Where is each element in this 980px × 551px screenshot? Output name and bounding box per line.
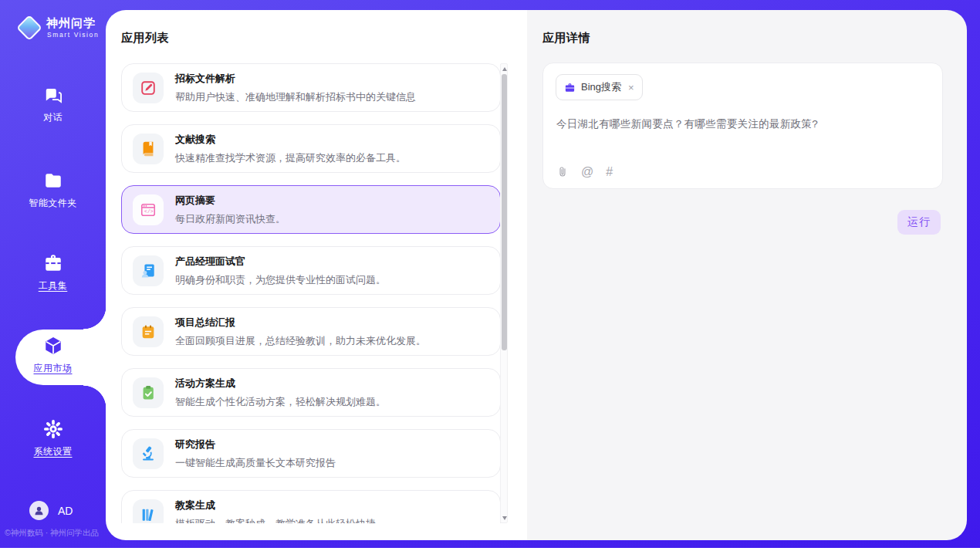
sidebar-item-toolset[interactable]: 工具集 xyxy=(0,253,106,292)
microscope-icon xyxy=(133,438,164,469)
user-name: AD xyxy=(58,505,73,517)
folder-icon xyxy=(43,171,63,191)
edit-document-icon xyxy=(133,73,164,103)
app-card-title: 教案生成 xyxy=(175,499,376,512)
brand-diamond-icon xyxy=(16,15,42,41)
app-detail-title: 应用详情 xyxy=(542,31,590,46)
brand-subtitle: Smart Vision xyxy=(47,31,99,39)
app-card-literature-search[interactable]: 文献搜索 快速精准查找学术资源，提高研究效率的必备工具。 xyxy=(121,124,501,173)
copyright-text: ©神州数码 · 神州问学出品 xyxy=(5,528,106,539)
app-card-research-report[interactable]: 研究报告 一键智能生成高质量长文本研究报告 xyxy=(121,429,501,478)
sidebar-item-label: 工具集 xyxy=(0,279,106,292)
svg-text:</>: </> xyxy=(144,209,154,215)
query-text[interactable]: 今日湖北有哪些新闻要点？有哪些需要关注的最新政策? xyxy=(556,117,818,131)
tool-tag-label: Bing搜索 xyxy=(581,80,621,94)
sidebar-item-app-market[interactable]: 应用市场 xyxy=(0,336,106,375)
gear-icon xyxy=(43,419,63,439)
app-card-title: 活动方案生成 xyxy=(175,377,386,390)
sidebar-item-label: 智能文件夹 xyxy=(0,197,106,210)
app-card-title: 产品经理面试官 xyxy=(175,255,386,269)
app-detail-panel: 应用详情 Bing搜索 × 今日湖北有哪些新闻要点？有哪些需要关注的最新政策? … xyxy=(527,10,967,540)
summary-note-icon xyxy=(133,316,164,347)
paperclip-icon[interactable] xyxy=(556,165,569,178)
app-card-desc: 智能生成个性化活动方案，轻松解决规划难题。 xyxy=(175,395,386,409)
app-list-panel: 应用列表 招标文件解析 帮助用户快速、准确地理解和解析招标书中的关键信息 文献搜… xyxy=(106,10,527,540)
close-icon[interactable]: × xyxy=(628,82,634,93)
app-card-event-plan[interactable]: 活动方案生成 智能生成个性化活动方案，轻松解决规划难题。 xyxy=(121,368,501,417)
app-card-web-summary[interactable]: </> 网页摘要 每日政府新闻资讯快查。 xyxy=(121,185,501,234)
mention-icon[interactable]: @ xyxy=(581,166,593,178)
app-card-title: 招标文件解析 xyxy=(175,72,416,86)
webpage-code-icon: </> xyxy=(133,194,164,225)
sidebar: 神州问学 Smart Vision 对话 智能文件夹 工具集 应用市场 系统设置 xyxy=(0,10,106,548)
app-card-title: 研究报告 xyxy=(175,438,336,451)
briefcase-icon xyxy=(564,82,576,93)
hash-icon[interactable]: # xyxy=(606,166,613,178)
app-card-desc: 帮助用户快速、准确地理解和解析招标书中的关键信息 xyxy=(175,90,416,104)
query-input-card[interactable]: Bing搜索 × 今日湖北有哪些新闻要点？有哪些需要关注的最新政策? @ # xyxy=(542,63,943,189)
app-card-desc: 一键智能生成高质量长文本研究报告 xyxy=(175,456,336,470)
sidebar-item-label: 系统设置 xyxy=(0,445,106,458)
tool-tag-bing-search[interactable]: Bing搜索 × xyxy=(556,74,643,100)
sidebar-item-label: 应用市场 xyxy=(0,362,106,375)
sidebar-item-folders[interactable]: 智能文件夹 xyxy=(0,171,106,210)
app-list-scrollbar[interactable] xyxy=(500,63,508,523)
app-list-title: 应用列表 xyxy=(121,31,169,46)
app-card-title: 项目总结汇报 xyxy=(175,316,426,330)
app-list: 招标文件解析 帮助用户快速、准确地理解和解析招标书中的关键信息 文献搜索 快速精… xyxy=(121,63,501,523)
avatar xyxy=(29,501,49,520)
run-button[interactable]: 运行 xyxy=(897,210,941,235)
interview-document-icon xyxy=(133,255,164,286)
sidebar-item-chat[interactable]: 对话 xyxy=(0,85,106,124)
scroll-down-icon[interactable] xyxy=(502,514,508,522)
app-card-desc: 明确身份和职责，为您提供专业性的面试问题。 xyxy=(175,273,386,287)
scrollbar-thumb[interactable] xyxy=(502,74,507,350)
composer-toolbar: @ # xyxy=(556,165,613,178)
app-card-title: 文献搜索 xyxy=(175,133,406,147)
app-card-title: 网页摘要 xyxy=(175,194,286,208)
app-card-desc: 快速精准查找学术资源，提高研究效率的必备工具。 xyxy=(175,151,406,165)
sidebar-item-label: 对话 xyxy=(0,111,106,124)
brand-logo: 神州问学 Smart Vision xyxy=(15,13,106,49)
app-card-bid-parse[interactable]: 招标文件解析 帮助用户快速、准确地理解和解析招标书中的关键信息 xyxy=(121,63,501,112)
app-card-desc: 每日政府新闻资讯快查。 xyxy=(175,212,286,226)
books-icon xyxy=(133,499,164,524)
app-card-lesson-plan[interactable]: 教案生成 模板驱动，教案秒成，教学准备从此轻松快捷 xyxy=(121,490,501,523)
scroll-up-icon[interactable] xyxy=(502,65,508,73)
sidebar-item-settings[interactable]: 系统设置 xyxy=(0,419,106,458)
app-market-cube-icon xyxy=(43,336,63,356)
book-icon xyxy=(133,134,164,164)
app-card-desc: 模板驱动，教案秒成，教学准备从此轻松快捷 xyxy=(175,517,376,524)
brand-name: 神州问学 xyxy=(46,16,96,31)
user-account[interactable]: AD xyxy=(29,501,73,520)
clipboard-check-icon xyxy=(133,377,164,408)
app-card-pm-interviewer[interactable]: 产品经理面试官 明确身份和职责，为您提供专业性的面试问题。 xyxy=(121,246,501,295)
toolbox-icon xyxy=(43,253,63,273)
chat-icon xyxy=(43,85,63,105)
app-card-project-summary[interactable]: 项目总结汇报 全面回顾项目进展，总结经验教训，助力未来优化发展。 xyxy=(121,307,501,356)
app-card-desc: 全面回顾项目进展，总结经验教训，助力未来优化发展。 xyxy=(175,334,426,348)
